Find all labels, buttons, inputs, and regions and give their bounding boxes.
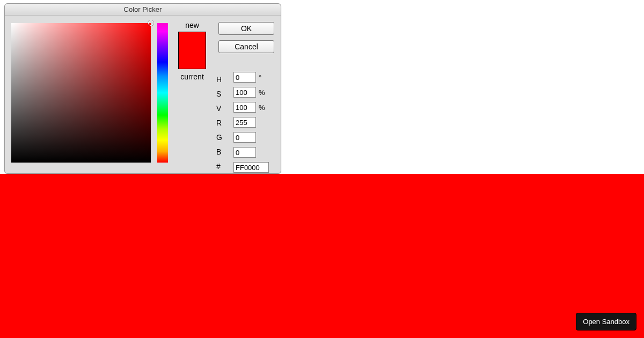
label-r: R bbox=[216, 116, 227, 130]
picker-body: new current OK Cancel H S V R G B # ° % bbox=[5, 16, 281, 173]
value-input[interactable] bbox=[233, 102, 256, 113]
new-label: new bbox=[173, 21, 211, 30]
label-g: G bbox=[216, 130, 227, 145]
field-labels: H S V R G B # bbox=[216, 72, 227, 174]
saturation-value-panel[interactable] bbox=[11, 23, 151, 163]
cancel-button[interactable]: Cancel bbox=[218, 40, 274, 53]
label-hex: # bbox=[216, 159, 227, 174]
current-label: current bbox=[173, 72, 211, 81]
ok-button[interactable]: OK bbox=[218, 22, 274, 35]
sv-cursor-icon[interactable] bbox=[148, 20, 153, 26]
label-h: H bbox=[216, 72, 227, 87]
color-picker-window: Color Picker new current OK Cancel H S V… bbox=[4, 3, 281, 174]
color-swatch bbox=[178, 32, 206, 69]
label-b: B bbox=[216, 145, 227, 159]
hue-slider[interactable] bbox=[157, 23, 168, 163]
label-s: S bbox=[216, 87, 227, 101]
window-title: Color Picker bbox=[5, 4, 281, 16]
preview-column: new current bbox=[173, 21, 211, 81]
value-suffix: % bbox=[259, 104, 265, 112]
saturation-input[interactable] bbox=[233, 87, 256, 98]
saturation-suffix: % bbox=[259, 89, 265, 97]
hue-input[interactable] bbox=[233, 72, 256, 83]
value-fields: ° % % bbox=[233, 71, 294, 177]
background-color-panel bbox=[0, 174, 644, 338]
hue-suffix: ° bbox=[259, 74, 261, 82]
red-input[interactable] bbox=[233, 117, 256, 128]
blue-input[interactable] bbox=[233, 147, 256, 158]
hex-input[interactable] bbox=[233, 162, 269, 173]
label-v: V bbox=[216, 101, 227, 116]
green-input[interactable] bbox=[233, 132, 256, 143]
open-sandbox-button[interactable]: Open Sandbox bbox=[576, 313, 636, 330]
